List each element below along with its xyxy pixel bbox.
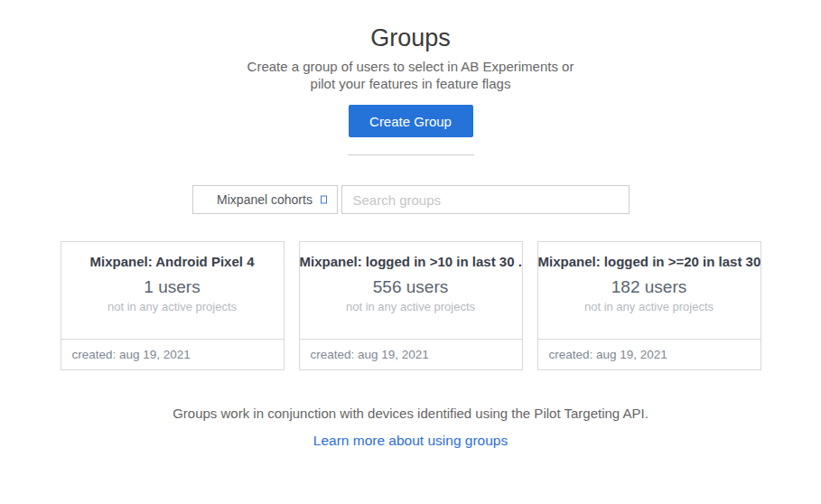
divider xyxy=(348,154,474,155)
filter-controls: Mixpanel cohorts xyxy=(0,185,821,214)
group-user-count: 1 users xyxy=(61,277,284,297)
group-user-count: 556 users xyxy=(300,277,522,297)
group-card-body: Mixpanel: Android Pixel 4 1 users not in… xyxy=(61,242,284,339)
cohort-source-dropdown-value: Mixpanel cohorts xyxy=(217,192,313,207)
search-groups-input[interactable] xyxy=(341,185,630,214)
group-created-date: created: aug 19, 2021 xyxy=(61,339,284,369)
page-subtitle: Create a group of users to select in AB … xyxy=(0,58,821,92)
group-created-date: created: aug 19, 2021 xyxy=(538,339,760,369)
cohort-source-dropdown[interactable]: Mixpanel cohorts xyxy=(192,185,338,214)
group-created-date: created: aug 19, 2021 xyxy=(300,339,522,369)
groups-page: Groups Create a group of users to select… xyxy=(0,0,821,504)
group-project-status: not in any active projects xyxy=(300,300,522,313)
group-project-status: not in any active projects xyxy=(61,300,284,313)
group-card-title: Mixpanel: logged in >10 in last 30 ... xyxy=(300,254,522,269)
create-group-button[interactable]: Create Group xyxy=(349,105,473,137)
page-title: Groups xyxy=(0,24,821,51)
page-subtitle-line-1: Create a group of users to select in AB … xyxy=(0,58,821,75)
targeting-api-info-text: Groups work in conjunction with devices … xyxy=(0,406,821,421)
group-user-count: 182 users xyxy=(538,277,760,297)
group-card[interactable]: Mixpanel: logged in >=20 in last 30... 1… xyxy=(537,241,761,370)
page-subtitle-line-2: pilot your features in feature flags xyxy=(0,75,821,92)
group-card-title: Mixpanel: logged in >=20 in last 30... xyxy=(538,254,760,269)
group-card[interactable]: Mixpanel: logged in >10 in last 30 ... 5… xyxy=(299,241,523,370)
group-card-title: Mixpanel: Android Pixel 4 xyxy=(61,254,284,269)
group-cards: Mixpanel: Android Pixel 4 1 users not in… xyxy=(0,241,821,370)
dropdown-indicator-icon xyxy=(321,196,327,204)
group-card-body: Mixpanel: logged in >=20 in last 30... 1… xyxy=(538,242,760,339)
group-project-status: not in any active projects xyxy=(538,300,760,313)
group-card-body: Mixpanel: logged in >10 in last 30 ... 5… xyxy=(300,242,522,339)
group-card[interactable]: Mixpanel: Android Pixel 4 1 users not in… xyxy=(61,241,285,370)
learn-more-link[interactable]: Learn more about using groups xyxy=(313,433,508,449)
